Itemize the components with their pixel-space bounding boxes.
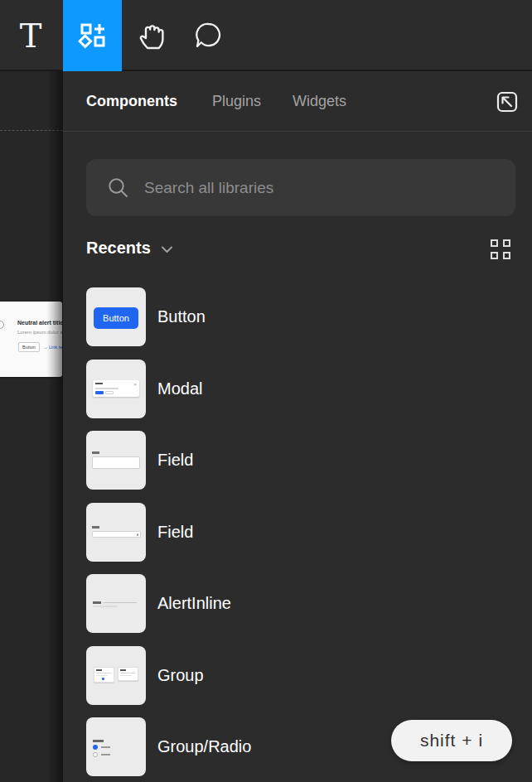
hand-tool-button[interactable] [131, 0, 174, 71]
thumb-modal-preview: × [93, 380, 139, 397]
component-thumbnail [86, 646, 146, 705]
panel-tab-bar: Components Plugins Widgets [63, 71, 532, 132]
thumb-button-preview: Button [94, 307, 138, 329]
panel-shadow [46, 71, 63, 782]
alert-button: Button [18, 342, 40, 352]
grid-view-icon[interactable] [491, 239, 510, 259]
component-label: Group/Radio [157, 717, 251, 776]
canvas-alert-component[interactable]: Neutral alert title Lorem ipsum dolor am… [0, 302, 62, 377]
tab-widgets[interactable]: Widgets [293, 71, 346, 132]
recents-title: Recents [86, 239, 151, 258]
component-thumbnail [86, 431, 146, 490]
component-item-alertinline[interactable]: AlertInline [63, 574, 532, 633]
hand-icon [136, 19, 169, 52]
component-label: Field [157, 431, 193, 490]
components-icon [78, 21, 108, 51]
component-thumbnail [86, 503, 146, 562]
text-tool-icon: T [20, 19, 42, 52]
alert-body-text: Lorem ipsum dolor amet consect [17, 330, 62, 335]
thumb-radio-selected [93, 745, 98, 750]
component-item-field[interactable]: Field [63, 431, 532, 490]
alert-link-text: → Link text [43, 345, 62, 350]
search-bar[interactable] [86, 159, 515, 216]
keyboard-shortcut-badge: shift + i [391, 720, 512, 761]
text-tool-button[interactable]: T [7, 0, 55, 71]
thumb-group-card [94, 667, 114, 683]
alert-title: Neutral alert title [17, 320, 62, 326]
arrow-up-left-icon [494, 89, 520, 115]
canvas-guide-line [0, 130, 63, 131]
component-label: Group [157, 646, 204, 705]
component-thumbnail [86, 574, 146, 633]
component-label: Modal [157, 360, 202, 418]
thumb-group-card [118, 667, 138, 681]
canvas-area[interactable]: Neutral alert title Lorem ipsum dolor am… [0, 71, 63, 782]
chevron-down-icon[interactable] [160, 244, 174, 254]
thumb-radio-unselected [93, 752, 98, 757]
component-label: AlertInline [157, 574, 231, 633]
alert-info-icon [0, 321, 4, 329]
component-item-modal[interactable]: × Modal [63, 360, 532, 418]
search-icon [107, 176, 129, 199]
recents-header: Recents [86, 237, 515, 267]
tab-plugins[interactable]: Plugins [212, 71, 261, 132]
component-thumbnail [86, 717, 146, 776]
minimize-panel-button[interactable] [494, 89, 520, 115]
component-thumbnail: Button [86, 287, 146, 346]
thumb-field-preview [92, 456, 140, 469]
components-tool-button-active[interactable] [63, 0, 122, 71]
comments-tool-button[interactable] [187, 0, 230, 71]
thumb-field-preview [92, 531, 141, 538]
component-thumbnail: × [86, 360, 146, 418]
component-item-group[interactable]: Group [63, 646, 532, 705]
component-label: Field [157, 503, 193, 562]
comment-bubble-icon [192, 19, 225, 52]
figma-window: Neutral alert title Lorem ipsum dolor am… [0, 0, 532, 782]
component-item-button[interactable]: Button Button [63, 287, 532, 346]
search-input[interactable] [144, 179, 502, 197]
component-label: Button [157, 287, 206, 346]
component-item-field[interactable]: Field [63, 503, 532, 562]
toolbar: T [0, 0, 532, 71]
component-library-panel: Components Plugins Widgets [63, 71, 532, 782]
tab-components[interactable]: Components [86, 71, 177, 132]
